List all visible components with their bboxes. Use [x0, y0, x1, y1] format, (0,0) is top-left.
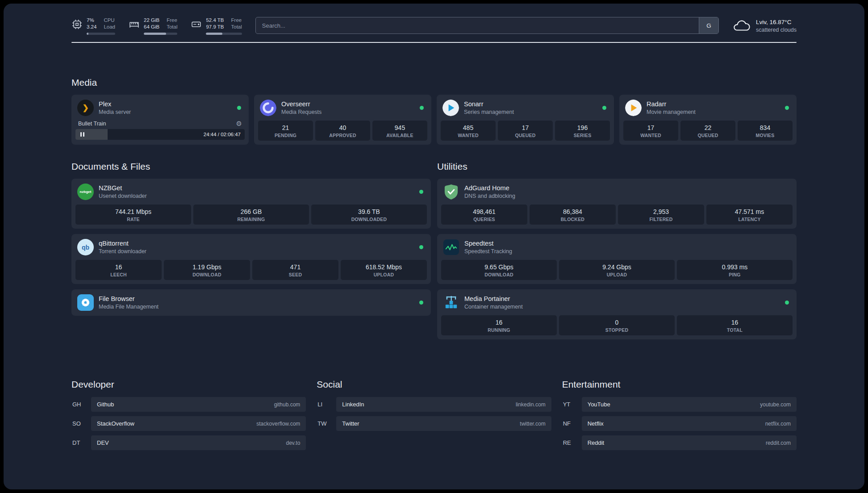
gear-icon[interactable]: ⚙: [236, 120, 242, 127]
service-name: Sonarr: [464, 100, 514, 108]
service-card-adguard[interactable]: AdGuard Home DNS and adblocking 498,461Q…: [437, 179, 797, 229]
bookmark-name: Netflix: [588, 420, 604, 427]
stat-label: SERIES: [556, 133, 609, 138]
pause-button[interactable]: [75, 129, 89, 140]
bookmark-github[interactable]: GH Github github.com: [71, 397, 306, 412]
stat-label: LATENCY: [707, 217, 792, 222]
cpu-usage-fill: [87, 33, 88, 35]
status-dot: [785, 301, 789, 305]
stat-value: 40: [316, 124, 369, 132]
bookmark-linkedin[interactable]: LI LinkedIn linkedin.com: [317, 397, 551, 412]
bookmark-youtube[interactable]: YT YouTube youtube.com: [562, 397, 797, 412]
service-card-portainer[interactable]: Media Portainer Container management 16R…: [437, 289, 797, 339]
stat-value: 16: [442, 318, 556, 326]
stat-block: 0STOPPED: [559, 315, 675, 335]
service-description: Torrent downloader: [99, 248, 146, 255]
stat-block: 471SEED: [252, 260, 338, 280]
service-card-radarr[interactable]: Radarr Movie management 17WANTED 22QUEUE…: [619, 95, 797, 145]
adguard-icon: [443, 184, 459, 200]
status-dot: [602, 106, 606, 110]
stat-label: MOVIES: [739, 133, 792, 138]
stat-label: AVAILABLE: [373, 133, 426, 138]
stat-label: WANTED: [442, 133, 495, 138]
service-name: qBittorrent: [99, 239, 146, 247]
memory-usage-bar: [144, 33, 177, 35]
sonarr-icon: [442, 100, 459, 116]
stat-block: 16LEECH: [75, 260, 162, 280]
stat-value: 16: [678, 318, 792, 326]
stat-block: 22QUEUED: [680, 121, 735, 141]
bookmark-url: youtube.com: [760, 401, 791, 408]
bookmark-pill: Netflix netflix.com: [582, 416, 797, 431]
service-description: Media server: [99, 109, 131, 116]
disk-icon: [191, 19, 202, 30]
weather-widget: Lviv, 16.87°C scattered clouds: [732, 18, 797, 33]
service-description: Movie management: [647, 109, 696, 116]
bookmark-url: linkedin.com: [516, 401, 546, 408]
stat-block: 21PENDING: [258, 121, 313, 141]
bookmark-reddit[interactable]: RE Reddit reddit.com: [562, 435, 797, 450]
stat-block: 47.571 msLATENCY: [706, 205, 793, 225]
disk-total-value: 97.9 TB: [206, 24, 224, 30]
service-name: Plex: [99, 100, 131, 108]
status-dot: [419, 190, 423, 194]
stat-value: 744.21 Mbps: [76, 208, 190, 216]
playback-time: 24:44 / 02:06:47: [204, 132, 241, 137]
stat-block: 40APPROVED: [315, 121, 370, 141]
stat-value: 22: [681, 124, 734, 132]
service-card-plex[interactable]: ❯ Plex Media server Bullet Train ⚙: [71, 95, 249, 145]
bookmark-netflix[interactable]: NF Netflix netflix.com: [562, 416, 797, 431]
bookmark-name: Twitter: [342, 420, 359, 427]
memory-icon: [129, 19, 140, 30]
stat-block: 16RUNNING: [441, 315, 557, 335]
stat-label: TOTAL: [678, 327, 792, 333]
plex-icon: ❯: [77, 100, 94, 116]
bookmark-name: LinkedIn: [342, 401, 364, 408]
stat-label: UPLOAD: [560, 272, 674, 277]
stat-label: STOPPED: [560, 327, 674, 333]
status-dot: [419, 301, 423, 305]
cloud-icon: [732, 19, 751, 33]
bookmark-pill: Github github.com: [91, 397, 306, 412]
social-section-title: Social: [317, 379, 551, 390]
stat-block: 1.19 GbpsDOWNLOAD: [164, 260, 250, 280]
bookmark-abbr: YT: [562, 401, 582, 408]
utilities-section-title: Utilities: [437, 161, 797, 172]
playback-progress-bar[interactable]: 24:44 / 02:06:47: [75, 129, 245, 140]
stat-label: APPROVED: [316, 133, 369, 138]
stat-block: 9.24 GbpsUPLOAD: [559, 260, 675, 280]
cpu-label: CPU: [104, 17, 115, 24]
resource-widgets: 7% 3.24 CPU Load: [71, 17, 242, 35]
service-description: Media Requests: [281, 109, 321, 116]
service-card-nzbget[interactable]: nzbget NZBGet Usenet downloader 744.21 M…: [71, 179, 431, 229]
search-provider-button[interactable]: G: [699, 17, 718, 33]
bookmark-pill: Twitter twitter.com: [336, 416, 551, 431]
bookmark-abbr: RE: [562, 439, 582, 446]
bookmark-dev[interactable]: DT DEV dev.to: [71, 435, 306, 450]
stat-value: 1.19 Gbps: [165, 263, 249, 271]
stat-value: 47.571 ms: [707, 208, 792, 216]
stat-label: PENDING: [259, 133, 312, 138]
stat-block: 834MOVIES: [738, 121, 793, 141]
search-input[interactable]: [256, 17, 699, 33]
topbar-divider: [71, 42, 797, 43]
service-card-overseerr[interactable]: Overseerr Media Requests 21PENDING 40APP…: [254, 95, 431, 145]
bookmark-group-entertainment: Entertainment YT YouTube youtube.com NF …: [562, 379, 797, 455]
stat-label: DOWNLOADED: [312, 217, 426, 222]
stat-label: QUERIES: [442, 217, 526, 222]
service-card-sonarr[interactable]: Sonarr Series management 485WANTED 17QUE…: [437, 95, 614, 145]
bookmark-stackoverflow[interactable]: SO StackOverflow stackoverflow.com: [71, 416, 306, 431]
service-card-qbittorrent[interactable]: qb qBittorrent Torrent downloader 16LEEC…: [71, 234, 431, 284]
qbittorrent-icon: qb: [77, 239, 94, 255]
bookmark-pill: DEV dev.to: [91, 435, 306, 450]
stat-label: QUEUED: [499, 133, 552, 138]
service-card-speedtest[interactable]: Speedtest Speedtest Tracking 9.65 GbpsDO…: [437, 234, 797, 284]
disk-usage-fill: [206, 33, 222, 35]
stat-block: 498,461QUERIES: [441, 205, 527, 225]
service-card-filebrowser[interactable]: File Browser Media File Management: [71, 289, 431, 316]
bookmark-twitter[interactable]: TW Twitter twitter.com: [317, 416, 551, 431]
memory-total-label: Total: [167, 24, 177, 30]
stat-value: 266 GB: [194, 208, 308, 216]
weather-location: Lviv, 16.87°C: [756, 18, 797, 26]
stat-value: 17: [499, 124, 552, 132]
